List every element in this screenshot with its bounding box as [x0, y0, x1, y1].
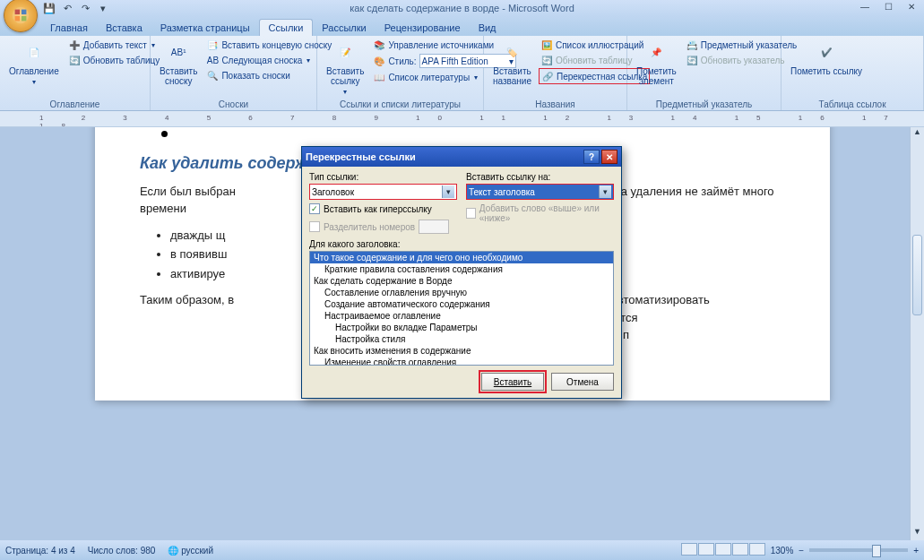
manage-sources-icon: 📚 [373, 39, 385, 51]
mark-citation-button[interactable]: ✔️ Пометить ссылку [787, 38, 866, 78]
heading-list[interactable]: Что такое содержание и для чего оно необ… [309, 251, 614, 366]
citation-icon: 📝 [332, 39, 358, 65]
close-window-button[interactable]: ✕ [901, 0, 922, 13]
next-footnote-button[interactable]: ABСледующая сноска [204, 53, 333, 67]
toc-label: Оглавление [9, 66, 59, 76]
group-footnotes-label: Сноски [151, 99, 316, 109]
group-citations-label: Ссылки и списки литературы [317, 99, 483, 109]
tab-insert[interactable]: Вставка [97, 20, 151, 36]
endnote-icon: 📑 [206, 39, 219, 51]
list-item[interactable]: Краткие правила составления содержания [310, 263, 613, 275]
qat-dropdown-icon[interactable]: ▾ [97, 2, 109, 14]
ribbon-tabs: Главная Вставка Разметка страницы Ссылки… [0, 16, 924, 36]
cross-reference-dialog: Перекрестные ссылки ? ✕ Тип ссылки: Заго… [301, 146, 622, 399]
separator-input [419, 220, 449, 234]
scroll-up-icon[interactable]: ▲ [911, 127, 924, 141]
dialog-close-button[interactable]: ✕ [601, 150, 617, 164]
toc-icon: 📄 [22, 39, 47, 65]
insert-button[interactable]: Вставить [481, 373, 544, 391]
mark-citation-icon: ✔️ [814, 39, 839, 65]
scroll-down-icon[interactable]: ▼ [911, 527, 924, 540]
list-figures-icon: 🖼️ [540, 39, 553, 51]
checkbox-icon [466, 208, 476, 219]
insert-caption-button[interactable]: 🏷️ Вставить название [489, 38, 535, 88]
insert-citation-button[interactable]: 📝 Вставить ссылку ▾ [323, 38, 367, 98]
list-item[interactable]: Как вносить изменения в содержание [310, 345, 613, 357]
list-item[interactable]: Настройка стиля [310, 333, 613, 345]
tab-page-layout[interactable]: Разметка страницы [151, 20, 259, 36]
tab-references[interactable]: Ссылки [259, 19, 314, 36]
dialog-titlebar[interactable]: Перекрестные ссылки ? ✕ [302, 147, 621, 167]
tab-review[interactable]: Рецензирование [376, 20, 470, 36]
insert-reference-to-combo[interactable]: Текст заголовка▾ [466, 184, 614, 200]
group-captions-label: Названия [484, 99, 626, 109]
scroll-thumb[interactable] [912, 235, 922, 315]
insert-footnote-button[interactable]: AB¹ Вставить сноску [156, 38, 201, 88]
show-notes-button[interactable]: 🔍Показать сноски [204, 68, 333, 82]
list-item[interactable]: Что такое содержание и для чего оно необ… [310, 252, 613, 263]
caption-icon: 🏷️ [499, 39, 524, 65]
insert-as-hyperlink-checkbox[interactable]: ✓ Вставить как гиперссылку [309, 203, 457, 214]
toc-button[interactable]: 📄 Оглавление ▾ [5, 38, 63, 88]
group-authorities-label: Таблица ссылок [782, 99, 923, 109]
list-item[interactable]: Как сделать содержание в Ворде [310, 275, 613, 287]
save-icon[interactable]: 💾 [43, 2, 56, 14]
window-title: как сделать содержание в ворде - Microso… [350, 3, 574, 13]
redo-icon[interactable]: ↷ [79, 2, 91, 14]
undo-icon[interactable]: ↶ [61, 2, 73, 14]
minimize-button[interactable]: — [854, 0, 876, 13]
footnote-icon: AB¹ [166, 39, 191, 65]
word-count[interactable]: Число слов: 980 [88, 546, 156, 556]
cancel-button[interactable]: Отмена [551, 373, 614, 391]
separator-numbers-checkbox: Разделитель номеров [309, 220, 457, 234]
update-figures-icon: 🔄 [540, 54, 553, 66]
status-bar: Страница: 4 из 4 Число слов: 980 🌐 русск… [0, 540, 924, 560]
chevron-down-icon: ▾ [599, 185, 611, 198]
svg-rect-1 [15, 10, 20, 14]
zoom-level[interactable]: 130% [771, 546, 794, 556]
reference-type-label: Тип ссылки: [309, 172, 457, 182]
language-indicator[interactable]: 🌐 русский [168, 546, 213, 556]
list-item[interactable]: Составление оглавления вручную [310, 287, 613, 298]
quick-access-toolbar: 💾 ↶ ↷ ▾ [43, 2, 109, 14]
add-text-icon: ➕ [68, 39, 81, 51]
title-bar: 💾 ↶ ↷ ▾ как сделать содержание в ворде -… [0, 0, 924, 16]
tab-mailings[interactable]: Рассылки [313, 20, 375, 36]
vertical-scrollbar[interactable]: ▲ ▼ [910, 127, 924, 540]
show-notes-icon: 🔍 [206, 69, 219, 82]
bibliography-icon: 📖 [373, 71, 385, 83]
list-item[interactable]: Изменение свойств оглавления [310, 357, 613, 366]
checkbox-icon [309, 221, 320, 232]
group-toc-label: Оглавление [0, 99, 150, 109]
checkbox-checked-icon: ✓ [309, 203, 320, 214]
update-index-icon: 🔄 [686, 54, 698, 66]
page-count[interactable]: Страница: 4 из 4 [5, 546, 75, 556]
insert-endnote-button[interactable]: 📑Вставить концевую сноску [204, 38, 333, 52]
cross-reference-icon: 🔗 [541, 70, 554, 82]
horizontal-ruler[interactable]: 1 2 3 4 5 6 7 8 9 10 11 12 13 14 15 16 1… [0, 111, 924, 127]
update-table-button[interactable]: 🔄Обновить таблицу [66, 53, 162, 67]
view-buttons[interactable] [680, 543, 765, 557]
next-footnote-icon: AB [206, 54, 219, 66]
list-item[interactable]: Настройки во вкладке Параметры [310, 322, 613, 333]
tab-view[interactable]: Вид [470, 20, 505, 36]
include-above-below-checkbox: Добавить слово «выше» или «ниже» [466, 203, 614, 223]
group-index-label: Предметный указатель [627, 99, 781, 109]
zoom-in-button[interactable]: + [913, 546, 919, 556]
dialog-help-button[interactable]: ? [583, 150, 600, 164]
zoom-slider[interactable] [809, 548, 908, 552]
list-item[interactable]: Настраиваемое оглавление [310, 310, 613, 322]
reference-type-combo[interactable]: Заголовок▾ [309, 184, 457, 200]
insert-reference-to-label: Вставить ссылку на: [466, 172, 614, 182]
add-text-button[interactable]: ➕Добавить текст [66, 38, 162, 52]
list-item[interactable]: Создание автоматического содержания [310, 298, 613, 310]
mark-entry-button[interactable]: 📌 Пометить элемент [633, 38, 680, 88]
maximize-button[interactable]: ☐ [877, 0, 899, 13]
svg-rect-4 [22, 16, 26, 21]
mark-entry-icon: 📌 [643, 39, 669, 65]
chevron-down-icon: ▾ [442, 185, 454, 198]
zoom-out-button[interactable]: − [799, 546, 804, 556]
bullet-icon [161, 131, 168, 137]
tab-home[interactable]: Главная [41, 20, 97, 36]
ribbon: 📄 Оглавление ▾ ➕Добавить текст 🔄Обновить… [0, 36, 924, 111]
